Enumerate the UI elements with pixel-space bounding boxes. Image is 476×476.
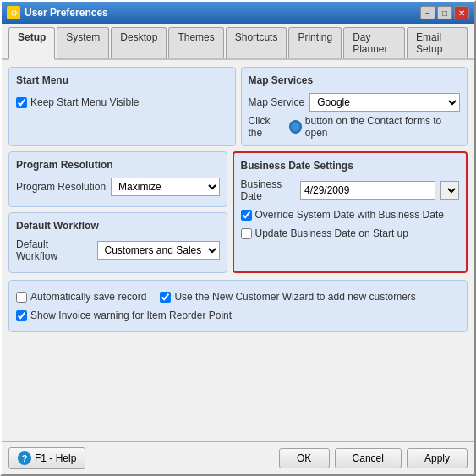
ok-button[interactable]: OK: [279, 448, 330, 468]
title-bar-left: ⚙ User Preferences: [7, 6, 108, 19]
tab-shortcuts[interactable]: Shortcuts: [226, 27, 287, 58]
button-info-text: button on the Contact forms to open: [305, 115, 460, 139]
tab-day-planner[interactable]: Day Planner: [343, 27, 405, 58]
help-label: F1 - Help: [35, 452, 76, 464]
tab-desktop[interactable]: Desktop: [111, 27, 167, 58]
new-customer-wizard-checkbox[interactable]: [160, 292, 171, 303]
new-customer-wizard-row: Use the New Customer Wizard to add new c…: [160, 287, 415, 306]
bottom-options-panel: Automatically save record Use the New Cu…: [8, 280, 468, 332]
maximize-button[interactable]: □: [437, 6, 452, 19]
override-system-date-row: Override System Date with Business Date: [241, 205, 460, 224]
auto-save-row: Automatically save record: [16, 287, 146, 306]
override-system-date-label: Override System Date with Business Date: [255, 209, 444, 221]
bottom-options-row1: Automatically save record Use the New Cu…: [16, 287, 460, 306]
show-invoice-row: Show Invoice warning for Item Reorder Po…: [16, 306, 460, 325]
minimize-button[interactable]: −: [420, 6, 435, 19]
default-workflow-select[interactable]: Customers and Sales Accounting Inventory: [97, 241, 220, 260]
tab-printing[interactable]: Printing: [288, 27, 342, 58]
window-icon: ⚙: [7, 6, 20, 19]
tab-bar: Setup System Desktop Themes Shortcuts Pr…: [2, 24, 474, 60]
start-menu-title: Start Menu: [16, 74, 228, 86]
map-services-title: Map Services: [249, 74, 461, 86]
title-buttons: − □ ✕: [420, 6, 469, 19]
show-invoice-label: Show Invoice warning for Item Reorder Po…: [30, 309, 232, 321]
footer-right: OK Cancel Apply: [279, 448, 468, 468]
default-workflow-row: Default Workflow Customers and Sales Acc…: [16, 238, 220, 262]
footer-left: ? F1 - Help: [8, 447, 85, 469]
show-invoice-checkbox[interactable]: [16, 310, 27, 321]
help-icon: ?: [18, 451, 31, 465]
program-resolution-panel: Program Resolution Program Resolution Ma…: [8, 151, 227, 207]
window-title: User Preferences: [25, 7, 108, 19]
keep-start-menu-row: Keep Start Menu Visible: [16, 93, 228, 112]
globe-icon: 🌐: [289, 120, 302, 134]
tab-system[interactable]: System: [57, 27, 109, 58]
business-date-dropdown[interactable]: [440, 181, 459, 200]
main-window: ⚙ User Preferences − □ ✕ Setup System De…: [0, 0, 476, 476]
map-services-panel: Map Services Map Service Google Bing Map…: [241, 67, 468, 146]
default-workflow-panel: Default Workflow Default Workflow Custom…: [8, 212, 227, 273]
keep-start-menu-label: Keep Start Menu Visible: [30, 96, 140, 108]
update-business-date-checkbox[interactable]: [241, 228, 252, 239]
map-service-row: Map Service Google Bing MapQuest: [249, 93, 461, 112]
business-date-row: Business Date: [241, 178, 460, 202]
program-resolution-label: Program Resolution: [16, 181, 106, 193]
map-service-label: Map Service: [249, 96, 305, 108]
program-resolution-row: Program Resolution Maximize Normal Minim…: [16, 178, 220, 196]
business-date-title: Business Date Settings: [241, 160, 460, 172]
cancel-button[interactable]: Cancel: [335, 448, 402, 468]
start-menu-panel: Start Menu Keep Start Menu Visible: [8, 67, 236, 146]
footer: ? F1 - Help OK Cancel Apply: [2, 441, 474, 474]
main-content: Start Menu Keep Start Menu Visible Map S…: [2, 60, 474, 441]
help-button[interactable]: ? F1 - Help: [8, 447, 85, 469]
click-text: Click the: [249, 115, 286, 139]
keep-start-menu-checkbox[interactable]: [16, 97, 27, 108]
auto-save-checkbox[interactable]: [16, 292, 27, 303]
mid-row: Program Resolution Program Resolution Ma…: [8, 151, 468, 273]
business-date-label: Business Date: [241, 178, 296, 202]
update-business-date-label: Update Business Date on Start up: [255, 227, 408, 239]
default-workflow-title: Default Workflow: [16, 220, 220, 232]
program-resolution-select[interactable]: Maximize Normal Minimized: [111, 178, 219, 196]
auto-save-label: Automatically save record: [30, 291, 146, 303]
business-date-panel: Business Date Settings Business Date Ove…: [233, 151, 468, 273]
tab-setup[interactable]: Setup: [8, 27, 55, 60]
tab-themes[interactable]: Themes: [168, 27, 223, 58]
program-resolution-title: Program Resolution: [16, 159, 220, 171]
tab-email-setup[interactable]: Email Setup: [407, 27, 468, 58]
map-service-select[interactable]: Google Bing MapQuest: [309, 93, 460, 112]
close-button[interactable]: ✕: [454, 6, 469, 19]
map-info-row: Click the 🌐 button on the Contact forms …: [249, 115, 461, 139]
business-date-input[interactable]: [300, 181, 435, 200]
update-business-date-row: Update Business Date on Start up: [241, 224, 460, 243]
default-workflow-label: Default Workflow: [16, 238, 92, 262]
title-bar: ⚙ User Preferences − □ ✕: [2, 2, 474, 24]
apply-button[interactable]: Apply: [407, 448, 468, 468]
new-customer-wizard-label: Use the New Customer Wizard to add new c…: [174, 291, 415, 303]
override-system-date-checkbox[interactable]: [241, 210, 252, 221]
top-row: Start Menu Keep Start Menu Visible Map S…: [8, 67, 468, 146]
